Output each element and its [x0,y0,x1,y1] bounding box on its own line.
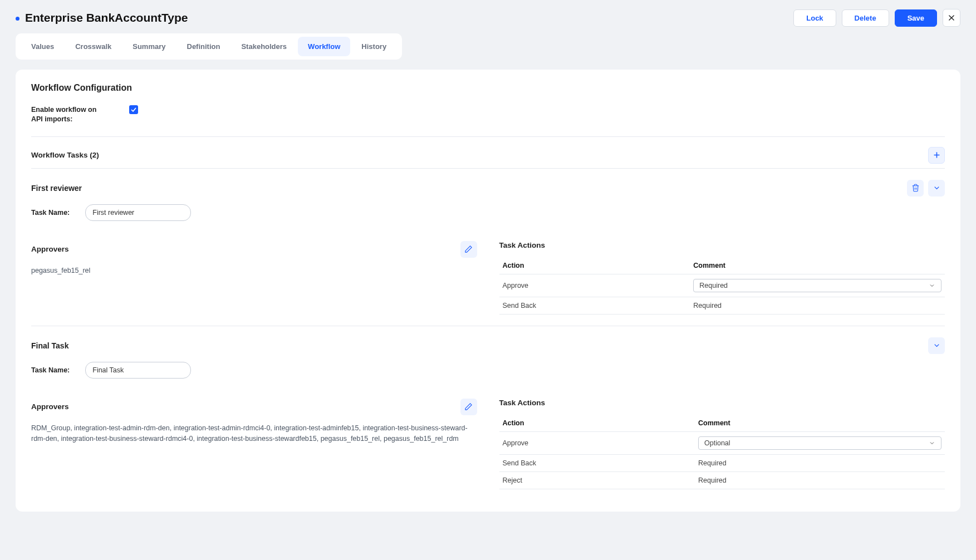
workflow-tasks-title: Workflow Tasks (2) [31,151,99,159]
tab-stakeholders[interactable]: Stakeholders [231,37,297,56]
tab-history[interactable]: History [351,37,396,56]
table-row: Approve Required [499,274,945,297]
check-icon [130,106,137,113]
comment-cell: Required [695,454,945,471]
comment-cell: Required [690,297,945,314]
task-block: First reviewer Task Name: Approve [31,174,945,315]
comment-select-value: Required [699,282,728,289]
task-title: Final Task [31,341,68,350]
task-block: Final Task Task Name: Approvers [31,332,945,489]
table-row: Approve Optional [499,431,945,454]
chevron-down-icon [933,341,941,350]
close-icon [948,14,955,22]
page-header: Enterprise BankAccountType Lock Delete S… [16,9,960,27]
task-name-label: Task Name: [31,366,70,374]
tabs: Values Crosswalk Summary Definition Stak… [16,33,402,60]
enable-workflow-label: Enable workflow on API imports: [31,105,98,124]
comment-select-value: Optional [704,439,730,447]
approvers-title: Approvers [31,245,69,253]
action-cell: Send Back [499,297,690,314]
action-cell: Approve [499,431,695,454]
task-name-input[interactable] [85,204,191,221]
task-name-input[interactable] [85,362,191,379]
tab-definition[interactable]: Definition [177,37,230,56]
chevron-down-icon [929,282,935,289]
delete-task-button[interactable] [907,180,924,197]
table-row: Send Back Required [499,297,945,314]
trash-icon [911,184,920,192]
lock-button[interactable]: Lock [793,9,836,27]
pencil-icon [464,402,473,411]
collapse-task-button[interactable] [928,180,945,197]
chevron-down-icon [933,184,941,192]
add-task-button[interactable] [928,147,945,164]
table-row: Reject Required [499,471,945,489]
task-actions-table: Action Comment Approve Required [499,257,945,315]
plus-icon [933,151,941,159]
close-button[interactable] [943,9,960,27]
tab-workflow[interactable]: Workflow [298,37,350,56]
comment-select[interactable]: Required [693,279,941,292]
tab-summary[interactable]: Summary [122,37,175,56]
unsaved-dot-icon [16,17,19,21]
workflow-panel: Workflow Configuration Enable workflow o… [16,70,960,512]
pencil-icon [464,245,473,253]
approvers-list: RDM_Group, integration-test-admin-rdm-de… [31,423,477,444]
task-name-label: Task Name: [31,209,70,217]
task-actions-table: Action Comment Approve Optional [499,415,945,489]
action-cell: Approve [499,274,690,297]
comment-header: Comment [690,257,945,274]
comment-cell: Required [695,471,945,489]
enable-workflow-checkbox[interactable] [129,105,138,114]
chevron-down-icon [929,440,935,446]
task-actions-title: Task Actions [499,241,546,249]
save-button[interactable]: Save [895,9,937,27]
action-cell: Send Back [499,454,695,471]
approvers-title: Approvers [31,402,69,411]
task-title: First reviewer [31,184,82,193]
edit-approvers-button[interactable] [460,399,477,415]
section-title: Workflow Configuration [31,83,945,93]
comment-select[interactable]: Optional [698,436,941,450]
approvers-list: pegasus_feb15_rel [31,266,477,276]
task-actions-title: Task Actions [499,399,546,407]
action-header: Action [499,415,695,432]
edit-approvers-button[interactable] [460,241,477,258]
comment-header: Comment [695,415,945,432]
tab-values[interactable]: Values [21,37,64,56]
action-cell: Reject [499,471,695,489]
delete-button[interactable]: Delete [842,9,889,27]
divider [31,326,945,326]
tab-crosswalk[interactable]: Crosswalk [65,37,121,56]
collapse-task-button[interactable] [928,337,945,354]
action-header: Action [499,257,690,274]
table-row: Send Back Required [499,454,945,471]
page-title: Enterprise BankAccountType [25,11,188,24]
